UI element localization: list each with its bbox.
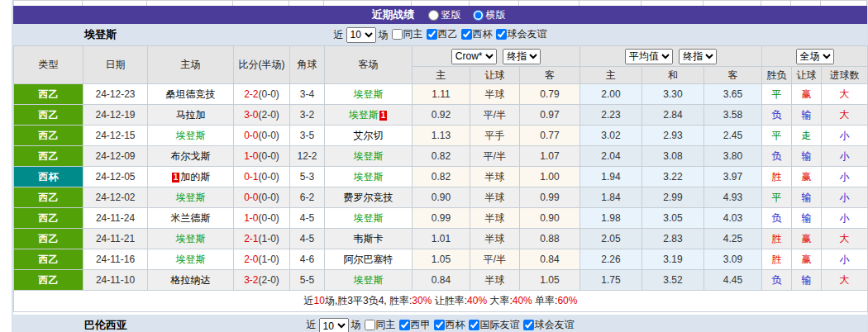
score-cell: 1-0(0-0) bbox=[234, 146, 290, 167]
remnant-cell bbox=[324, 1, 412, 6]
league-badge: 西乙 bbox=[14, 270, 83, 291]
home-team-cell: 米兰德斯 bbox=[148, 208, 234, 229]
filter-checkbox[interactable] bbox=[392, 29, 403, 40]
games-count-select[interactable]: 10 bbox=[319, 318, 349, 332]
layout-vertical-option[interactable]: 竖版 bbox=[428, 8, 461, 22]
home-odds: 1.05 bbox=[413, 249, 470, 270]
away-odds: 0.90 bbox=[520, 208, 580, 229]
away-team-name: 阿尔巴塞特 bbox=[344, 254, 393, 265]
summary-stat-label: 让胜率: bbox=[432, 295, 467, 306]
home-odds: 0.99 bbox=[413, 208, 470, 229]
filter-label: 球会友谊 bbox=[508, 27, 547, 41]
league-badge: 西杯 bbox=[14, 167, 83, 187]
goals-result: 大 bbox=[822, 229, 868, 249]
corner-count: 3-5 bbox=[290, 126, 325, 146]
corner-count: 12-2 bbox=[290, 146, 325, 167]
home-team-cell: 埃登斯 bbox=[148, 126, 234, 146]
filter-checkbox[interactable] bbox=[523, 320, 534, 330]
filter-label: 国际友谊 bbox=[480, 318, 520, 332]
match-date: 24-12-09 bbox=[83, 146, 148, 167]
filter-option[interactable]: 同主 bbox=[392, 27, 423, 41]
summary-stat-value: 40% bbox=[467, 295, 487, 306]
away-team-name: 埃登斯 bbox=[354, 150, 384, 162]
remnant-cell bbox=[641, 1, 703, 6]
score-cell: 2-2(0-0) bbox=[234, 84, 290, 105]
fulltime-score: 0-1 bbox=[244, 171, 258, 183]
fulltime-score: 3-0 bbox=[244, 109, 258, 121]
filter-checkbox[interactable] bbox=[365, 320, 375, 330]
score-cell: 0-1(0-0) bbox=[234, 167, 290, 187]
handicap-result: 走 bbox=[792, 126, 822, 146]
sub-header-handicap-result: 让球 bbox=[792, 67, 822, 84]
filter-option[interactable]: 西杯 bbox=[461, 27, 493, 41]
home-odds: 0.82 bbox=[413, 146, 470, 167]
avg-home-odds: 2.05 bbox=[580, 229, 642, 249]
avg-away-odds: 2.45 bbox=[704, 126, 762, 146]
fulltime-score: 2-2 bbox=[244, 88, 258, 100]
corner-count: 5-3 bbox=[290, 167, 325, 187]
filter-option[interactable]: 国际友谊 bbox=[469, 318, 520, 332]
filter-checkbox[interactable] bbox=[461, 29, 472, 40]
halftime-score: (0-0) bbox=[259, 171, 279, 183]
average-select[interactable]: 平均值 bbox=[625, 49, 673, 64]
filter-checkbox[interactable] bbox=[434, 320, 445, 330]
fulltime-select[interactable]: 全场 bbox=[796, 49, 834, 64]
handicap: 半球 bbox=[470, 270, 520, 291]
layout-horizontal-option[interactable]: 横版 bbox=[473, 8, 506, 22]
home-team-cell: 埃登斯 bbox=[148, 249, 234, 270]
filter-checkbox[interactable] bbox=[496, 29, 507, 40]
away-team-name: 费罗尔竞技 bbox=[344, 192, 393, 203]
remnant-cell bbox=[579, 1, 641, 6]
league-badge: 西乙 bbox=[14, 146, 83, 167]
halftime-score: (0-0) bbox=[259, 130, 279, 141]
score-cell: 0-0(0-0) bbox=[234, 126, 290, 146]
goals-result: 大 bbox=[822, 105, 868, 126]
filter-label: 同主 bbox=[376, 318, 396, 332]
filter-option[interactable]: 西杯 bbox=[434, 318, 465, 332]
filter-option[interactable]: 同主 bbox=[365, 318, 396, 332]
away-odds: 1.05 bbox=[520, 270, 580, 291]
filter-checkbox[interactable] bbox=[427, 29, 437, 40]
horizontal-layout-radio[interactable] bbox=[473, 10, 484, 21]
filter-option[interactable]: 球会友谊 bbox=[523, 318, 575, 332]
fulltime-score: 1-0 bbox=[244, 212, 258, 224]
filter-checkbox[interactable] bbox=[469, 320, 479, 330]
handicap: 半球 bbox=[470, 208, 520, 229]
home-team-cell: 马拉加 bbox=[148, 105, 234, 126]
games-count-select[interactable]: 10 bbox=[346, 27, 376, 43]
section-title-bar: 近期战绩 竖版 横版 bbox=[13, 6, 867, 24]
avg-home-odds: 2.26 bbox=[580, 249, 642, 270]
avg-draw-odds: 3.08 bbox=[642, 146, 704, 167]
sub-header-goals: 进球数 bbox=[822, 67, 868, 84]
remnant-cell bbox=[791, 1, 821, 6]
handicap-result: 赢 bbox=[792, 229, 822, 249]
league-badge: 西乙 bbox=[14, 229, 83, 249]
home-team-name: 马拉加 bbox=[176, 109, 206, 121]
wdl-result: 负 bbox=[762, 105, 792, 126]
avg-home-odds: 2.00 bbox=[580, 84, 642, 105]
avg-away-odds: 3.65 bbox=[704, 84, 762, 105]
away-odds: 0.79 bbox=[520, 84, 580, 105]
fulltime-score: 2-1 bbox=[244, 233, 258, 244]
bookmaker-stage-select[interactable]: 终指 bbox=[503, 49, 541, 64]
corner-count: 3-2 bbox=[290, 105, 325, 126]
halftime-score: (2-0) bbox=[259, 109, 279, 121]
filter-checkbox[interactable] bbox=[399, 320, 410, 330]
vertical-layout-radio[interactable] bbox=[428, 10, 439, 21]
away-odds: 0.88 bbox=[520, 229, 580, 249]
away-team-name: 埃登斯 bbox=[354, 88, 384, 100]
filter-option[interactable]: 西甲 bbox=[399, 318, 431, 332]
bookmaker-select[interactable]: Crow* bbox=[451, 49, 497, 64]
handicap-result: 赢 bbox=[792, 167, 822, 187]
next-team-name: 巴伦西亚 bbox=[84, 318, 127, 332]
match-date: 24-11-16 bbox=[83, 249, 148, 270]
summary-stat-label: 大率: bbox=[487, 295, 513, 306]
league-badge: 西乙 bbox=[14, 126, 83, 146]
goals-result: 大 bbox=[822, 270, 868, 291]
sub-header-avg-draw: 和 bbox=[642, 67, 704, 84]
sub-header-away-odds: 客 bbox=[520, 67, 580, 84]
average-stage-select[interactable]: 终指 bbox=[679, 49, 717, 64]
filter-option[interactable]: 球会友谊 bbox=[496, 27, 547, 41]
corner-count: 4-6 bbox=[290, 249, 325, 270]
filter-option[interactable]: 西乙 bbox=[427, 27, 458, 41]
